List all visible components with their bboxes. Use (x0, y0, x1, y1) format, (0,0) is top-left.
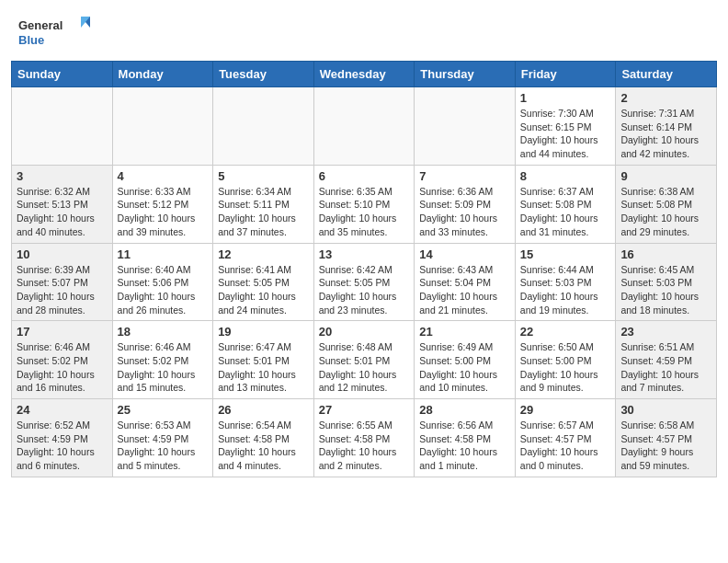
day-info: Sunrise: 6:34 AM Sunset: 5:11 PM Dayligh… (218, 185, 309, 239)
day-info: Sunrise: 6:38 AM Sunset: 5:08 PM Dayligh… (620, 185, 711, 239)
weekday-header-wednesday: Wednesday (313, 62, 415, 87)
calendar-cell: 25Sunrise: 6:53 AM Sunset: 4:59 PM Dayli… (112, 399, 213, 477)
day-info: Sunrise: 6:43 AM Sunset: 5:04 PM Dayligh… (419, 263, 510, 317)
calendar-cell (12, 87, 113, 166)
calendar-cell: 3Sunrise: 6:32 AM Sunset: 5:13 PM Daylig… (12, 165, 113, 243)
day-info: Sunrise: 6:36 AM Sunset: 5:09 PM Dayligh… (419, 185, 510, 239)
day-info: Sunrise: 6:40 AM Sunset: 5:06 PM Dayligh… (118, 263, 209, 317)
calendar-cell: 15Sunrise: 6:44 AM Sunset: 5:03 PM Dayli… (515, 243, 616, 321)
calendar-week-4: 24Sunrise: 6:52 AM Sunset: 4:59 PM Dayli… (12, 399, 717, 477)
day-info: Sunrise: 6:53 AM Sunset: 4:59 PM Dayligh… (118, 419, 209, 473)
calendar-cell: 16Sunrise: 6:45 AM Sunset: 5:03 PM Dayli… (616, 243, 717, 321)
day-info: Sunrise: 6:57 AM Sunset: 4:57 PM Dayligh… (520, 419, 611, 473)
day-info: Sunrise: 6:41 AM Sunset: 5:05 PM Dayligh… (218, 263, 309, 317)
day-number: 23 (620, 325, 711, 339)
calendar-cell (213, 87, 314, 166)
calendar-header: SundayMondayTuesdayWednesdayThursdayFrid… (12, 62, 717, 87)
day-number: 29 (520, 403, 611, 417)
day-info: Sunrise: 6:32 AM Sunset: 5:13 PM Dayligh… (17, 185, 108, 239)
day-number: 15 (520, 247, 611, 261)
day-info: Sunrise: 7:30 AM Sunset: 6:15 PM Dayligh… (520, 107, 611, 161)
calendar-cell: 24Sunrise: 6:52 AM Sunset: 4:59 PM Dayli… (12, 399, 113, 477)
calendar-table: SundayMondayTuesdayWednesdayThursdayFrid… (11, 61, 717, 477)
calendar-cell (112, 87, 213, 166)
day-number: 21 (419, 325, 510, 339)
weekday-header-sunday: Sunday (12, 62, 113, 87)
calendar-cell: 8Sunrise: 6:37 AM Sunset: 5:08 PM Daylig… (515, 165, 616, 243)
day-number: 18 (118, 325, 209, 339)
day-number: 2 (620, 91, 711, 105)
day-info: Sunrise: 6:35 AM Sunset: 5:10 PM Dayligh… (319, 185, 410, 239)
calendar-cell: 9Sunrise: 6:38 AM Sunset: 5:08 PM Daylig… (616, 165, 717, 243)
day-info: Sunrise: 6:45 AM Sunset: 5:03 PM Dayligh… (620, 263, 711, 317)
day-number: 13 (319, 247, 410, 261)
day-info: Sunrise: 6:51 AM Sunset: 4:59 PM Dayligh… (620, 340, 711, 395)
calendar-cell: 2Sunrise: 7:31 AM Sunset: 6:14 PM Daylig… (616, 87, 717, 166)
calendar-cell (313, 87, 415, 166)
day-number: 27 (319, 403, 410, 417)
calendar-week-3: 17Sunrise: 6:46 AM Sunset: 5:02 PM Dayli… (12, 321, 717, 399)
logo-svg: General Blue (18, 15, 92, 52)
calendar-cell: 11Sunrise: 6:40 AM Sunset: 5:06 PM Dayli… (112, 243, 213, 321)
day-number: 12 (218, 247, 309, 261)
day-number: 22 (520, 325, 611, 339)
calendar-cell: 6Sunrise: 6:35 AM Sunset: 5:10 PM Daylig… (313, 165, 415, 243)
day-number: 26 (218, 403, 309, 417)
day-number: 30 (620, 403, 711, 417)
calendar-week-1: 3Sunrise: 6:32 AM Sunset: 5:13 PM Daylig… (12, 165, 717, 243)
day-number: 7 (419, 169, 510, 183)
weekday-header-tuesday: Tuesday (213, 62, 314, 87)
day-number: 24 (17, 403, 108, 417)
calendar-cell: 14Sunrise: 6:43 AM Sunset: 5:04 PM Dayli… (415, 243, 516, 321)
day-info: Sunrise: 6:46 AM Sunset: 5:02 PM Dayligh… (118, 340, 209, 395)
weekday-header-monday: Monday (112, 62, 213, 87)
day-number: 11 (118, 247, 209, 261)
weekday-header-saturday: Saturday (616, 62, 717, 87)
day-number: 6 (319, 169, 410, 183)
day-number: 20 (319, 325, 410, 339)
weekday-header-thursday: Thursday (415, 62, 516, 87)
day-info: Sunrise: 6:33 AM Sunset: 5:12 PM Dayligh… (118, 185, 209, 239)
day-info: Sunrise: 6:54 AM Sunset: 4:58 PM Dayligh… (218, 419, 309, 473)
calendar-cell: 30Sunrise: 6:58 AM Sunset: 4:57 PM Dayli… (616, 399, 717, 477)
calendar-cell: 7Sunrise: 6:36 AM Sunset: 5:09 PM Daylig… (415, 165, 516, 243)
weekday-header-friday: Friday (515, 62, 616, 87)
logo: General Blue (18, 15, 92, 52)
day-info: Sunrise: 6:46 AM Sunset: 5:02 PM Dayligh… (17, 340, 108, 395)
calendar-wrapper: SundayMondayTuesdayWednesdayThursdayFrid… (0, 61, 728, 488)
calendar-cell: 28Sunrise: 6:56 AM Sunset: 4:58 PM Dayli… (415, 399, 516, 477)
day-number: 4 (118, 169, 209, 183)
calendar-cell (415, 87, 516, 166)
day-number: 14 (419, 247, 510, 261)
svg-text:Blue: Blue (18, 33, 44, 47)
day-number: 8 (520, 169, 611, 183)
day-number: 17 (17, 325, 108, 339)
day-number: 19 (218, 325, 309, 339)
calendar-cell: 12Sunrise: 6:41 AM Sunset: 5:05 PM Dayli… (213, 243, 314, 321)
calendar-cell: 5Sunrise: 6:34 AM Sunset: 5:11 PM Daylig… (213, 165, 314, 243)
calendar-cell: 18Sunrise: 6:46 AM Sunset: 5:02 PM Dayli… (112, 321, 213, 399)
day-info: Sunrise: 6:44 AM Sunset: 5:03 PM Dayligh… (520, 263, 611, 317)
day-info: Sunrise: 6:50 AM Sunset: 5:00 PM Dayligh… (520, 340, 611, 395)
day-info: Sunrise: 6:49 AM Sunset: 5:00 PM Dayligh… (419, 340, 510, 395)
calendar-cell: 27Sunrise: 6:55 AM Sunset: 4:58 PM Dayli… (313, 399, 415, 477)
calendar-cell: 20Sunrise: 6:48 AM Sunset: 5:01 PM Dayli… (313, 321, 415, 399)
day-info: Sunrise: 6:39 AM Sunset: 5:07 PM Dayligh… (17, 263, 108, 317)
calendar-cell: 26Sunrise: 6:54 AM Sunset: 4:58 PM Dayli… (213, 399, 314, 477)
day-info: Sunrise: 6:55 AM Sunset: 4:58 PM Dayligh… (319, 419, 410, 473)
day-info: Sunrise: 6:56 AM Sunset: 4:58 PM Dayligh… (419, 419, 510, 473)
day-info: Sunrise: 7:31 AM Sunset: 6:14 PM Dayligh… (620, 107, 711, 161)
day-number: 25 (118, 403, 209, 417)
day-number: 1 (520, 91, 611, 105)
day-number: 3 (17, 169, 108, 183)
day-number: 9 (620, 169, 711, 183)
calendar-cell: 4Sunrise: 6:33 AM Sunset: 5:12 PM Daylig… (112, 165, 213, 243)
day-number: 10 (17, 247, 108, 261)
day-info: Sunrise: 6:42 AM Sunset: 5:05 PM Dayligh… (319, 263, 410, 317)
calendar-cell: 22Sunrise: 6:50 AM Sunset: 5:00 PM Dayli… (515, 321, 616, 399)
day-number: 16 (620, 247, 711, 261)
header: General Blue (0, 0, 728, 61)
calendar-cell: 19Sunrise: 6:47 AM Sunset: 5:01 PM Dayli… (213, 321, 314, 399)
day-number: 5 (218, 169, 309, 183)
calendar-cell: 29Sunrise: 6:57 AM Sunset: 4:57 PM Dayli… (515, 399, 616, 477)
